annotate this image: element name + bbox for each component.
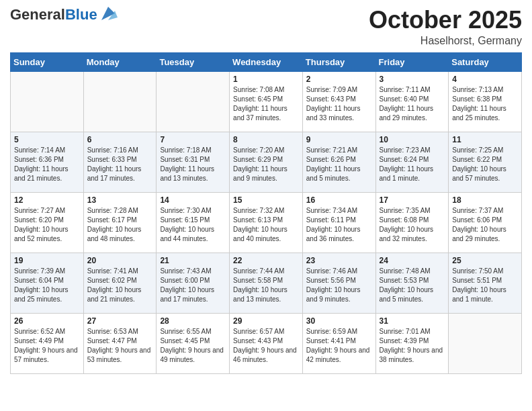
- day-info: Sunrise: 7:50 AMSunset: 5:51 PMDaylight:…: [452, 267, 518, 304]
- day-cell: 19Sunrise: 7:39 AMSunset: 6:04 PMDayligh…: [11, 253, 84, 313]
- day-cell: 10Sunrise: 7:23 AMSunset: 6:24 PMDayligh…: [375, 132, 449, 192]
- day-info: Sunrise: 6:55 AMSunset: 4:45 PMDaylight:…: [160, 327, 226, 365]
- day-cell: 30Sunrise: 6:59 AMSunset: 4:41 PMDayligh…: [302, 313, 375, 373]
- logo: GeneralBlue: [10, 7, 118, 23]
- day-info: Sunrise: 7:01 AMSunset: 4:39 PMDaylight:…: [380, 327, 445, 365]
- weekday-header-sunday: Sunday: [11, 52, 84, 71]
- calendar-table: SundayMondayTuesdayWednesdayThursdayFrid…: [10, 52, 522, 374]
- day-number: 1: [233, 75, 299, 84]
- day-number: 19: [14, 256, 80, 265]
- day-info: Sunrise: 7:32 AMSunset: 6:13 PMDaylight:…: [233, 206, 299, 244]
- day-info: Sunrise: 7:28 AMSunset: 6:17 PMDaylight:…: [87, 206, 153, 244]
- day-number: 20: [87, 256, 153, 265]
- day-cell: 11Sunrise: 7:25 AMSunset: 6:22 PMDayligh…: [449, 132, 522, 192]
- day-info: Sunrise: 7:21 AMSunset: 6:26 PMDaylight:…: [306, 146, 372, 183]
- week-row-5: 26Sunrise: 6:52 AMSunset: 4:49 PMDayligh…: [11, 313, 522, 373]
- day-cell: 15Sunrise: 7:32 AMSunset: 6:13 PMDayligh…: [230, 192, 303, 253]
- day-cell: 16Sunrise: 7:34 AMSunset: 6:11 PMDayligh…: [302, 192, 375, 253]
- day-cell: 22Sunrise: 7:44 AMSunset: 5:58 PMDayligh…: [230, 253, 303, 313]
- day-cell: 8Sunrise: 7:20 AMSunset: 6:29 PMDaylight…: [230, 132, 303, 192]
- day-number: 28: [160, 316, 226, 326]
- day-info: Sunrise: 7:16 AMSunset: 6:33 PMDaylight:…: [87, 146, 153, 183]
- day-number: 9: [306, 135, 372, 144]
- day-number: 30: [306, 316, 372, 326]
- day-cell: 20Sunrise: 7:41 AMSunset: 6:02 PMDayligh…: [83, 253, 157, 313]
- day-info: Sunrise: 7:44 AMSunset: 5:58 PMDaylight:…: [233, 267, 299, 304]
- day-number: 21: [160, 256, 226, 265]
- day-number: 25: [452, 256, 518, 265]
- day-number: 27: [87, 316, 153, 326]
- day-info: Sunrise: 7:13 AMSunset: 6:38 PMDaylight:…: [452, 85, 518, 123]
- week-row-2: 5Sunrise: 7:14 AMSunset: 6:36 PMDaylight…: [11, 132, 522, 192]
- weekday-header-saturday: Saturday: [449, 52, 522, 71]
- day-number: 10: [380, 135, 445, 144]
- day-cell: [11, 71, 84, 132]
- day-info: Sunrise: 7:18 AMSunset: 6:31 PMDaylight:…: [160, 146, 226, 183]
- day-number: 22: [233, 256, 299, 265]
- title-block: October 2025 Haselhorst, Germany: [369, 7, 522, 47]
- day-cell: 29Sunrise: 6:57 AMSunset: 4:43 PMDayligh…: [230, 313, 303, 373]
- day-cell: [449, 313, 522, 373]
- day-cell: 18Sunrise: 7:37 AMSunset: 6:06 PMDayligh…: [449, 192, 522, 253]
- day-cell: 13Sunrise: 7:28 AMSunset: 6:17 PMDayligh…: [83, 192, 157, 253]
- day-cell: 4Sunrise: 7:13 AMSunset: 6:38 PMDaylight…: [449, 71, 522, 132]
- day-info: Sunrise: 7:43 AMSunset: 6:00 PMDaylight:…: [160, 267, 226, 304]
- day-info: Sunrise: 7:48 AMSunset: 5:53 PMDaylight:…: [380, 267, 445, 304]
- day-number: 26: [14, 316, 80, 326]
- page-container: GeneralBlue October 2025 Haselhorst, Ger…: [0, 0, 532, 381]
- day-info: Sunrise: 7:20 AMSunset: 6:29 PMDaylight:…: [233, 146, 299, 183]
- day-info: Sunrise: 7:25 AMSunset: 6:22 PMDaylight:…: [452, 146, 518, 183]
- day-number: 8: [233, 135, 299, 144]
- day-cell: 28Sunrise: 6:55 AMSunset: 4:45 PMDayligh…: [157, 313, 230, 373]
- day-cell: 25Sunrise: 7:50 AMSunset: 5:51 PMDayligh…: [449, 253, 522, 313]
- day-cell: 26Sunrise: 6:52 AMSunset: 4:49 PMDayligh…: [11, 313, 84, 373]
- day-cell: 17Sunrise: 7:35 AMSunset: 6:08 PMDayligh…: [375, 192, 449, 253]
- day-info: Sunrise: 7:46 AMSunset: 5:56 PMDaylight:…: [306, 267, 372, 304]
- weekday-header-wednesday: Wednesday: [230, 52, 303, 71]
- day-number: 14: [160, 195, 226, 205]
- day-cell: 23Sunrise: 7:46 AMSunset: 5:56 PMDayligh…: [302, 253, 375, 313]
- day-number: 12: [14, 195, 80, 205]
- weekday-header-row: SundayMondayTuesdayWednesdayThursdayFrid…: [11, 52, 522, 71]
- day-number: 13: [87, 195, 153, 205]
- day-cell: [83, 71, 157, 132]
- day-number: 16: [306, 195, 372, 205]
- day-cell: 21Sunrise: 7:43 AMSunset: 6:00 PMDayligh…: [157, 253, 230, 313]
- day-number: 17: [380, 195, 445, 205]
- week-row-4: 19Sunrise: 7:39 AMSunset: 6:04 PMDayligh…: [11, 253, 522, 313]
- day-info: Sunrise: 7:30 AMSunset: 6:15 PMDaylight:…: [160, 206, 226, 244]
- day-cell: 14Sunrise: 7:30 AMSunset: 6:15 PMDayligh…: [157, 192, 230, 253]
- weekday-header-friday: Friday: [375, 52, 449, 71]
- day-cell: 9Sunrise: 7:21 AMSunset: 6:26 PMDaylight…: [302, 132, 375, 192]
- day-info: Sunrise: 7:35 AMSunset: 6:08 PMDaylight:…: [380, 206, 445, 244]
- day-cell: 12Sunrise: 7:27 AMSunset: 6:20 PMDayligh…: [11, 192, 84, 253]
- day-info: Sunrise: 7:34 AMSunset: 6:11 PMDaylight:…: [306, 206, 372, 244]
- day-cell: 2Sunrise: 7:09 AMSunset: 6:43 PMDaylight…: [302, 71, 375, 132]
- day-info: Sunrise: 6:53 AMSunset: 4:47 PMDaylight:…: [87, 327, 153, 365]
- day-info: Sunrise: 7:39 AMSunset: 6:04 PMDaylight:…: [14, 267, 80, 304]
- day-number: 5: [14, 135, 80, 144]
- day-cell: 5Sunrise: 7:14 AMSunset: 6:36 PMDaylight…: [11, 132, 84, 192]
- logo-general: GeneralBlue: [10, 7, 97, 23]
- day-number: 15: [233, 195, 299, 205]
- week-row-1: 1Sunrise: 7:08 AMSunset: 6:45 PMDaylight…: [11, 71, 522, 132]
- day-cell: 1Sunrise: 7:08 AMSunset: 6:45 PMDaylight…: [230, 71, 303, 132]
- day-info: Sunrise: 6:59 AMSunset: 4:41 PMDaylight:…: [306, 327, 372, 365]
- day-info: Sunrise: 7:11 AMSunset: 6:40 PMDaylight:…: [380, 85, 445, 123]
- location: Haselhorst, Germany: [369, 35, 522, 47]
- day-info: Sunrise: 7:09 AMSunset: 6:43 PMDaylight:…: [306, 85, 372, 123]
- day-cell: 6Sunrise: 7:16 AMSunset: 6:33 PMDaylight…: [83, 132, 157, 192]
- day-number: 7: [160, 135, 226, 144]
- day-info: Sunrise: 7:14 AMSunset: 6:36 PMDaylight:…: [14, 146, 80, 183]
- day-cell: 31Sunrise: 7:01 AMSunset: 4:39 PMDayligh…: [375, 313, 449, 373]
- day-number: 31: [380, 316, 445, 326]
- day-number: 18: [452, 195, 518, 205]
- day-info: Sunrise: 7:27 AMSunset: 6:20 PMDaylight:…: [14, 206, 80, 244]
- header: GeneralBlue October 2025 Haselhorst, Ger…: [10, 7, 522, 47]
- month-title: October 2025: [369, 7, 522, 34]
- day-cell: [157, 71, 230, 132]
- day-info: Sunrise: 7:08 AMSunset: 6:45 PMDaylight:…: [233, 85, 299, 123]
- day-cell: 27Sunrise: 6:53 AMSunset: 4:47 PMDayligh…: [83, 313, 157, 373]
- day-number: 3: [380, 75, 445, 84]
- logo-icon: [99, 4, 118, 23]
